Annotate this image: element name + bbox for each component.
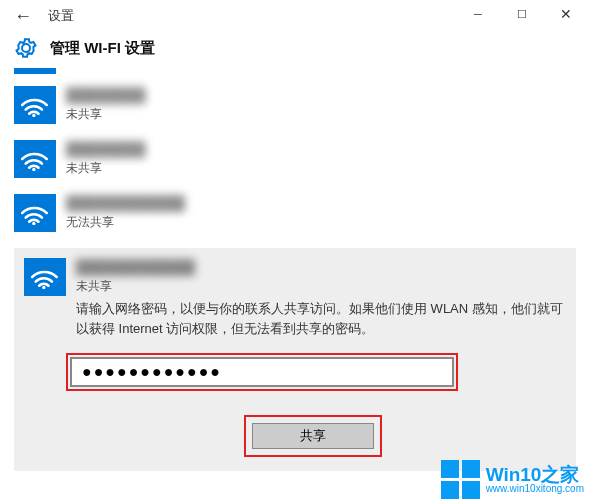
wifi-icon — [24, 258, 66, 296]
page-title: 管理 WI-FI 设置 — [50, 39, 155, 58]
list-item[interactable] — [14, 68, 576, 80]
network-name: ████████████ — [66, 194, 576, 212]
watermark-line2: www.win10xitong.com — [486, 484, 584, 494]
svg-point-2 — [32, 222, 35, 225]
selected-network-panel: ████████████ 未共享 请输入网络密码，以便与你的联系人共享访问。如果… — [14, 248, 576, 471]
svg-point-0 — [32, 114, 35, 117]
network-list: ████████ 未共享 ████████ 未共享 ████████████ 无… — [0, 80, 590, 242]
wifi-icon — [14, 194, 56, 232]
wifi-icon — [14, 140, 56, 178]
list-item: ████████████ 未共享 请输入网络密码，以便与你的联系人共享访问。如果… — [24, 258, 566, 339]
share-description: 请输入网络密码，以便与你的联系人共享访问。如果他们使用 WLAN 感知，他们就可… — [76, 299, 566, 339]
list-item[interactable]: ████████████ 无法共享 — [14, 188, 576, 242]
wifi-icon — [14, 86, 56, 124]
svg-point-1 — [32, 168, 35, 171]
window-controls: ─ ☐ ✕ — [456, 0, 588, 28]
network-status: 无法共享 — [66, 214, 576, 231]
window-title: 设置 — [48, 7, 74, 25]
gear-icon — [14, 36, 38, 60]
network-status: 未共享 — [66, 106, 576, 123]
share-button[interactable]: 共享 — [252, 423, 374, 449]
list-item-info: ████████ 未共享 — [66, 86, 576, 123]
network-name: ████████ — [66, 140, 576, 158]
network-status: 未共享 — [76, 278, 566, 295]
network-name: ████████ — [66, 86, 576, 104]
list-item-info: ████████ 未共享 — [66, 140, 576, 177]
wifi-icon — [14, 68, 56, 74]
network-status: 未共享 — [66, 160, 576, 177]
list-item-info: ████████████ 未共享 请输入网络密码，以便与你的联系人共享访问。如果… — [76, 258, 566, 339]
network-name: ████████████ — [76, 258, 566, 276]
svg-point-3 — [42, 286, 45, 289]
list-item-info: ████████████ 无法共享 — [66, 194, 576, 231]
share-highlight: 共享 — [244, 415, 382, 457]
titlebar: ← 设置 ─ ☐ ✕ — [0, 0, 590, 32]
page-header: 管理 WI-FI 设置 — [0, 32, 590, 70]
password-highlight — [66, 353, 458, 391]
minimize-button[interactable]: ─ — [456, 0, 500, 28]
list-item[interactable]: ████████ 未共享 — [14, 80, 576, 134]
maximize-button[interactable]: ☐ — [500, 0, 544, 28]
list-item[interactable]: ████████ 未共享 — [14, 134, 576, 188]
close-button[interactable]: ✕ — [544, 0, 588, 28]
back-button[interactable]: ← — [14, 6, 32, 27]
password-input[interactable] — [70, 357, 454, 387]
